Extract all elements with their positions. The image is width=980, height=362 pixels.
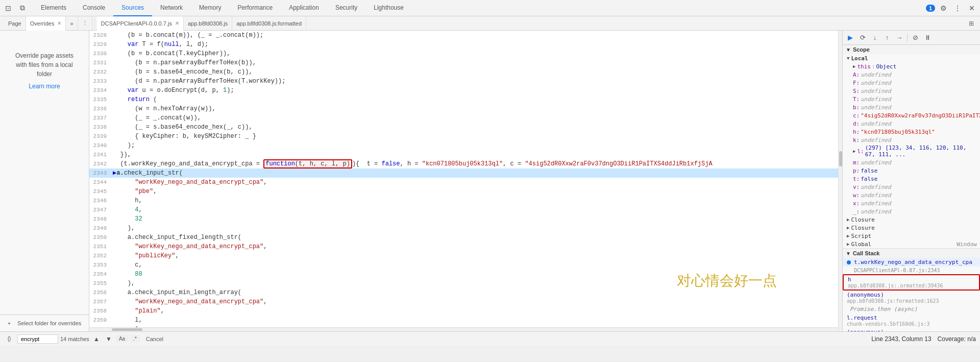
page-tab[interactable]: Page	[4, 16, 26, 31]
scope-this[interactable]: ▶ this : Object	[843, 62, 980, 70]
tab-network[interactable]: Network	[152, 0, 191, 16]
callstack-frame-anon2[interactable]: (anonymous) app.b8fd0308.js:formatted:6s…	[843, 328, 980, 331]
deactivate-breakpoints-icon[interactable]: ⊘	[910, 32, 921, 43]
global-label: Global	[851, 241, 871, 248]
tab-console[interactable]: Console	[75, 0, 113, 16]
file-tab-app1[interactable]: app.b8fd0308.js	[184, 16, 232, 31]
scope-l[interactable]: ▶ l: (297) [123, 34, 116, 120, 110, 67, …	[843, 144, 980, 158]
match-up-icon[interactable]: ▲	[91, 334, 102, 344]
tab-memory[interactable]: Memory	[191, 0, 229, 16]
notification-badge: 1	[926, 5, 935, 12]
coverage-status: Coverage: n/a	[938, 335, 976, 343]
file-tab-dcsapp-close-icon[interactable]: ✕	[175, 20, 179, 26]
local-arrow: ▼	[847, 56, 849, 61]
code-line-2354: 2354 88	[89, 270, 838, 279]
prop-b-val: undefined	[861, 104, 891, 111]
code-line-2341: 2341 }),	[89, 150, 838, 159]
scope-k: k: undefined	[843, 136, 980, 144]
prop-m-name: m:	[853, 159, 860, 166]
file-tab-dcsapp[interactable]: DCSAPPClientAPI-0.0.0.7.js ✕	[97, 16, 184, 31]
callstack-frame-1[interactable]: DCSAPPClientAPl-0.07.js:2343	[843, 267, 980, 274]
scope-F: F: undefined	[843, 79, 980, 87]
tab-sources[interactable]: Sources	[113, 0, 152, 16]
file-tab-app2[interactable]: app.b8fd0308.js:formatted	[232, 16, 306, 31]
scope-p: p: false	[843, 166, 980, 175]
inspect-element-icon[interactable]: ⊡	[2, 2, 14, 14]
step-icon[interactable]: →	[894, 32, 905, 43]
scope-b: b: undefined	[843, 103, 980, 111]
overrides-close-icon[interactable]: ✕	[57, 20, 61, 26]
cancel-search-btn[interactable]: Cancel	[142, 335, 167, 343]
closure2-label: Closure	[851, 225, 874, 231]
code-line-2340: 2340 );	[89, 141, 838, 150]
override-line1: Override page assets	[15, 52, 74, 59]
device-toolbar-icon[interactable]: ⧉	[16, 2, 29, 14]
prop-w-val: undefined	[861, 192, 891, 199]
more-options-icon[interactable]: ⋮	[951, 2, 964, 14]
vertical-scrollbar[interactable]	[838, 31, 842, 331]
collapse-panel-icon[interactable]: ⊞	[967, 20, 976, 27]
tab-performance[interactable]: Performance	[229, 0, 281, 16]
right-panel-content: ▼ Scope ▼ Local ▶ this : Object	[843, 45, 980, 331]
global-header[interactable]: ▶ Global Window	[843, 240, 980, 248]
horizontal-scrollbar[interactable]	[89, 327, 838, 331]
h-scrollbar-thumb[interactable]	[112, 328, 142, 331]
closure2-header[interactable]: ▶ Closure	[843, 224, 980, 232]
learn-more-link[interactable]: Learn more	[29, 83, 60, 90]
step-over-icon[interactable]: ⟳	[857, 32, 868, 43]
code-content[interactable]: 2328 (b = b.concat(m)), (_ = _.concat(m)…	[89, 31, 838, 327]
script-label: Script	[851, 233, 871, 239]
select-folder-btn[interactable]: Select folder for overrides	[17, 320, 81, 326]
callstack-frame-0[interactable]: t.workKey_nego_and_data_encrypt_cpa	[843, 258, 980, 267]
closure1-header[interactable]: ▶ Closure	[843, 215, 980, 224]
expand-tabs-icon[interactable]: »	[66, 16, 78, 31]
overrides-tab[interactable]: Overrides ✕	[26, 16, 66, 31]
tab-security[interactable]: Security	[327, 0, 365, 16]
file-format-icon[interactable]: {}	[4, 334, 14, 344]
sidebar-override-text: Override page assets with files from a l…	[15, 51, 74, 79]
regex-btn[interactable]: .*	[130, 335, 140, 343]
callstack-frame-h[interactable]: h app.b8fd0308.js:.ormatted:39436	[843, 274, 980, 291]
code-line-2355: 2355 ),	[89, 279, 838, 288]
override-line3: folder	[37, 70, 52, 78]
more-tabs-icon[interactable]: ⋮	[78, 16, 92, 31]
prop-x-val: undefined	[861, 200, 891, 207]
callstack-file-h: app.b8fd0308.js:.ormatted:39436	[848, 283, 975, 288]
scope-v: v: undefined	[843, 183, 980, 191]
tab-lighthouse[interactable]: Lighthouse	[365, 0, 412, 16]
closure1-label: Closure	[851, 216, 874, 223]
async-label: Promise.then (async)	[850, 306, 917, 312]
callstack-file-1: DCSAPPClientAPl-0.07.js:2343	[847, 268, 940, 273]
main-tabs: Elements Console Sources Network Memory …	[33, 0, 412, 16]
step-into-icon[interactable]: ↓	[869, 32, 880, 43]
sidebar-content: Override page assets with files from a l…	[0, 31, 89, 315]
scope-title: Scope	[853, 46, 870, 53]
v-scrollbar-thumb[interactable]	[839, 151, 842, 166]
scope-S: S: undefined	[843, 87, 980, 95]
scope-c: c: "4sig52dR0Xxw2raF0v37dngO3DiiR1PaITXS…	[843, 111, 980, 119]
step-out-icon[interactable]: ↑	[881, 32, 893, 43]
close-devtools-icon[interactable]: ✕	[966, 2, 978, 14]
settings-icon[interactable]: ⚙	[937, 2, 949, 14]
tab-elements[interactable]: Elements	[33, 0, 75, 16]
file-tab-app1-label: app.b8fd0308.js	[188, 20, 228, 27]
match-down-icon[interactable]: ▼	[104, 334, 114, 344]
callstack-frame-anon1[interactable]: (anonymous) app.b8fd0308.js:formatted:16…	[843, 291, 980, 305]
scope-header[interactable]: ▼ Scope	[843, 45, 980, 54]
prop-l-val: (297) [123, 34, 116, 120, 110, 67, 111, …	[865, 144, 977, 158]
resume-icon[interactable]: ▶	[845, 32, 856, 43]
code-line-2346: 2346 h,	[89, 196, 838, 205]
callstack-frame-lrequest[interactable]: l.request chunk-vendors.5bf160d6.js:3	[843, 313, 980, 328]
local-header[interactable]: ▼ Local	[843, 54, 980, 62]
tab-application[interactable]: Application	[281, 0, 327, 16]
search-input[interactable]	[17, 334, 58, 344]
pause-on-exceptions-icon[interactable]: ⏸	[922, 32, 933, 43]
script-header[interactable]: ▶ Script	[843, 232, 980, 240]
scope-h: h: "kcn071805buj05k313ql"	[843, 128, 980, 136]
call-stack-section: ▼ Call Stack t.workKey_nego_and_data_enc…	[843, 249, 980, 331]
match-case-btn[interactable]: Aa	[116, 335, 128, 343]
add-folder-icon[interactable]: +	[3, 317, 15, 329]
call-stack-header[interactable]: ▼ Call Stack	[843, 249, 980, 258]
topbar-right: 1 ⚙ ⋮ ✕	[926, 2, 978, 14]
l-arrow: ▶	[853, 149, 855, 154]
